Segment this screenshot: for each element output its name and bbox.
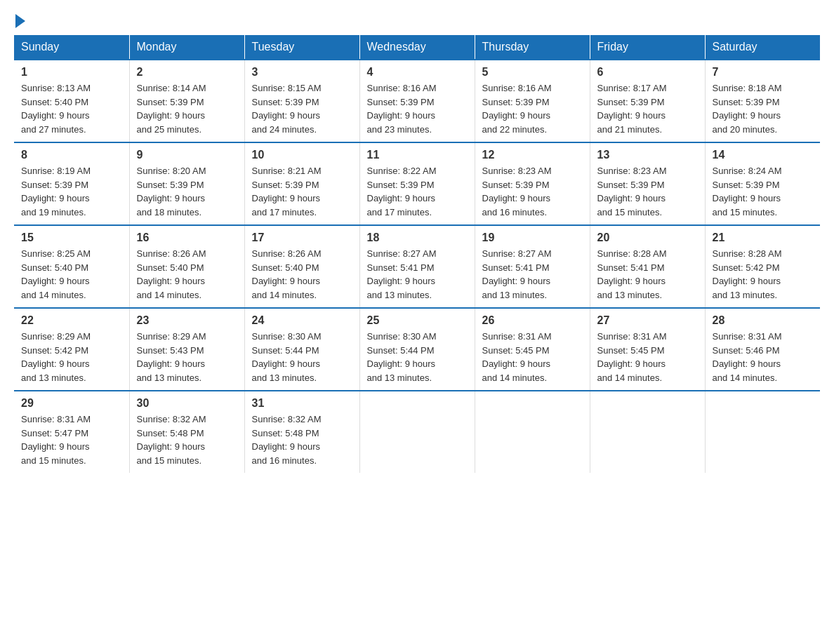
day-number: 29	[21, 397, 122, 410]
header-monday: Monday	[129, 35, 244, 60]
day-number: 19	[482, 232, 583, 244]
day-cell: 5 Sunrise: 8:16 AM Sunset: 5:39 PM Dayli…	[475, 60, 590, 142]
day-info: Sunrise: 8:31 AM Sunset: 5:45 PM Dayligh…	[482, 330, 583, 384]
day-info: Sunrise: 8:32 AM Sunset: 5:48 PM Dayligh…	[137, 412, 237, 467]
day-number: 10	[252, 149, 352, 161]
day-info: Sunrise: 8:16 AM Sunset: 5:39 PM Dayligh…	[367, 81, 468, 136]
day-number: 26	[482, 314, 583, 327]
day-info: Sunrise: 8:27 AM Sunset: 5:41 PM Dayligh…	[367, 247, 468, 302]
day-info: Sunrise: 8:31 AM Sunset: 5:45 PM Dayligh…	[597, 330, 698, 384]
day-cell: 10 Sunrise: 8:21 AM Sunset: 5:39 PM Dayl…	[244, 142, 359, 225]
day-cell: 22 Sunrise: 8:29 AM Sunset: 5:42 PM Dayl…	[14, 308, 129, 391]
day-info: Sunrise: 8:22 AM Sunset: 5:39 PM Dayligh…	[367, 164, 468, 219]
day-number: 24	[252, 314, 352, 327]
day-number: 21	[713, 232, 814, 244]
week-row-2: 8 Sunrise: 8:19 AM Sunset: 5:39 PM Dayli…	[14, 142, 820, 225]
logo-arrow-icon	[15, 14, 25, 28]
day-cell	[590, 391, 705, 473]
day-number: 16	[137, 232, 237, 244]
day-cell: 15 Sunrise: 8:25 AM Sunset: 5:40 PM Dayl…	[14, 225, 129, 308]
day-cell: 2 Sunrise: 8:14 AM Sunset: 5:39 PM Dayli…	[129, 60, 244, 142]
day-cell: 9 Sunrise: 8:20 AM Sunset: 5:39 PM Dayli…	[129, 142, 244, 225]
day-cell: 18 Sunrise: 8:27 AM Sunset: 5:41 PM Dayl…	[359, 225, 475, 308]
day-number: 30	[137, 397, 237, 410]
day-info: Sunrise: 8:27 AM Sunset: 5:41 PM Dayligh…	[482, 247, 583, 302]
header-thursday: Thursday	[475, 35, 590, 60]
day-cell: 4 Sunrise: 8:16 AM Sunset: 5:39 PM Dayli…	[359, 60, 475, 142]
day-number: 14	[713, 149, 814, 161]
day-number: 8	[21, 149, 122, 161]
day-info: Sunrise: 8:26 AM Sunset: 5:40 PM Dayligh…	[137, 247, 237, 302]
day-cell: 31 Sunrise: 8:32 AM Sunset: 5:48 PM Dayl…	[244, 391, 359, 473]
week-row-3: 15 Sunrise: 8:25 AM Sunset: 5:40 PM Dayl…	[14, 225, 820, 308]
week-row-5: 29 Sunrise: 8:31 AM Sunset: 5:47 PM Dayl…	[14, 391, 820, 473]
day-cell: 11 Sunrise: 8:22 AM Sunset: 5:39 PM Dayl…	[359, 142, 475, 225]
day-cell: 29 Sunrise: 8:31 AM Sunset: 5:47 PM Dayl…	[14, 391, 129, 473]
day-number: 7	[713, 66, 814, 79]
day-number: 17	[252, 232, 352, 244]
day-number: 6	[597, 66, 698, 79]
day-cell	[475, 391, 590, 473]
day-cell	[705, 391, 820, 473]
day-number: 13	[597, 149, 698, 161]
header-saturday: Saturday	[705, 35, 820, 60]
day-info: Sunrise: 8:19 AM Sunset: 5:39 PM Dayligh…	[21, 164, 122, 219]
day-cell: 16 Sunrise: 8:26 AM Sunset: 5:40 PM Dayl…	[129, 225, 244, 308]
day-cell: 23 Sunrise: 8:29 AM Sunset: 5:43 PM Dayl…	[129, 308, 244, 391]
day-cell: 8 Sunrise: 8:19 AM Sunset: 5:39 PM Dayli…	[14, 142, 129, 225]
day-info: Sunrise: 8:15 AM Sunset: 5:39 PM Dayligh…	[252, 81, 352, 136]
day-number: 20	[597, 232, 698, 244]
day-info: Sunrise: 8:30 AM Sunset: 5:44 PM Dayligh…	[367, 330, 468, 384]
day-info: Sunrise: 8:31 AM Sunset: 5:47 PM Dayligh…	[21, 412, 122, 467]
header-tuesday: Tuesday	[244, 35, 359, 60]
day-info: Sunrise: 8:23 AM Sunset: 5:39 PM Dayligh…	[597, 164, 698, 219]
day-cell: 3 Sunrise: 8:15 AM Sunset: 5:39 PM Dayli…	[244, 60, 359, 142]
day-info: Sunrise: 8:13 AM Sunset: 5:40 PM Dayligh…	[21, 81, 122, 136]
day-cell: 12 Sunrise: 8:23 AM Sunset: 5:39 PM Dayl…	[475, 142, 590, 225]
day-cell: 13 Sunrise: 8:23 AM Sunset: 5:39 PM Dayl…	[590, 142, 705, 225]
logo	[14, 14, 27, 28]
day-info: Sunrise: 8:29 AM Sunset: 5:42 PM Dayligh…	[21, 330, 122, 384]
day-info: Sunrise: 8:21 AM Sunset: 5:39 PM Dayligh…	[252, 164, 352, 219]
day-cell: 1 Sunrise: 8:13 AM Sunset: 5:40 PM Dayli…	[14, 60, 129, 142]
day-cell: 28 Sunrise: 8:31 AM Sunset: 5:46 PM Dayl…	[705, 308, 820, 391]
day-info: Sunrise: 8:20 AM Sunset: 5:39 PM Dayligh…	[137, 164, 237, 219]
day-cell: 26 Sunrise: 8:31 AM Sunset: 5:45 PM Dayl…	[475, 308, 590, 391]
day-number: 22	[21, 314, 122, 327]
day-cell: 19 Sunrise: 8:27 AM Sunset: 5:41 PM Dayl…	[475, 225, 590, 308]
day-info: Sunrise: 8:26 AM Sunset: 5:40 PM Dayligh…	[252, 247, 352, 302]
day-info: Sunrise: 8:29 AM Sunset: 5:43 PM Dayligh…	[137, 330, 237, 384]
day-number: 5	[482, 66, 583, 79]
day-info: Sunrise: 8:32 AM Sunset: 5:48 PM Dayligh…	[252, 412, 352, 467]
day-info: Sunrise: 8:18 AM Sunset: 5:39 PM Dayligh…	[713, 81, 814, 136]
day-info: Sunrise: 8:17 AM Sunset: 5:39 PM Dayligh…	[597, 81, 698, 136]
day-cell: 17 Sunrise: 8:26 AM Sunset: 5:40 PM Dayl…	[244, 225, 359, 308]
day-info: Sunrise: 8:25 AM Sunset: 5:40 PM Dayligh…	[21, 247, 122, 302]
day-number: 25	[367, 314, 468, 327]
page-header	[14, 14, 820, 28]
week-row-4: 22 Sunrise: 8:29 AM Sunset: 5:42 PM Dayl…	[14, 308, 820, 391]
header-sunday: Sunday	[14, 35, 129, 60]
day-cell	[359, 391, 475, 473]
day-cell: 24 Sunrise: 8:30 AM Sunset: 5:44 PM Dayl…	[244, 308, 359, 391]
day-cell: 27 Sunrise: 8:31 AM Sunset: 5:45 PM Dayl…	[590, 308, 705, 391]
day-number: 11	[367, 149, 468, 161]
header-wednesday: Wednesday	[359, 35, 475, 60]
day-info: Sunrise: 8:28 AM Sunset: 5:42 PM Dayligh…	[713, 247, 814, 302]
day-number: 12	[482, 149, 583, 161]
day-info: Sunrise: 8:28 AM Sunset: 5:41 PM Dayligh…	[597, 247, 698, 302]
day-number: 1	[21, 66, 122, 79]
header-friday: Friday	[590, 35, 705, 60]
day-number: 9	[137, 149, 237, 161]
day-number: 2	[137, 66, 237, 79]
day-cell: 21 Sunrise: 8:28 AM Sunset: 5:42 PM Dayl…	[705, 225, 820, 308]
day-number: 28	[713, 314, 814, 327]
day-number: 27	[597, 314, 698, 327]
day-info: Sunrise: 8:23 AM Sunset: 5:39 PM Dayligh…	[482, 164, 583, 219]
day-cell: 25 Sunrise: 8:30 AM Sunset: 5:44 PM Dayl…	[359, 308, 475, 391]
day-number: 18	[367, 232, 468, 244]
day-number: 4	[367, 66, 468, 79]
day-number: 23	[137, 314, 237, 327]
day-cell: 30 Sunrise: 8:32 AM Sunset: 5:48 PM Dayl…	[129, 391, 244, 473]
day-cell: 6 Sunrise: 8:17 AM Sunset: 5:39 PM Dayli…	[590, 60, 705, 142]
